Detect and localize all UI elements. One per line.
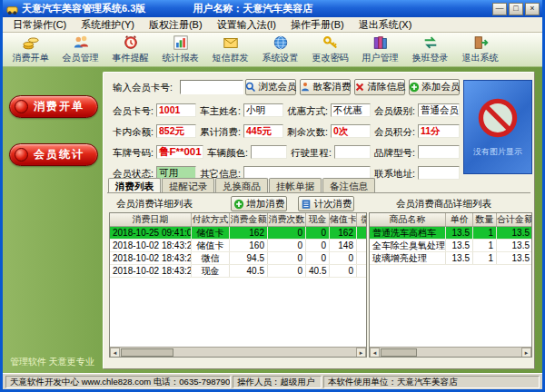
window-controls: — □ × (492, 3, 540, 15)
card-input-label: 输入会员卡号: (113, 82, 173, 94)
tab-credit-bill[interactable]: 挂帐单据 (269, 178, 322, 193)
cell-times: 0 (268, 252, 306, 264)
statusbar-operator: 操作人员：超级用户 (233, 376, 322, 388)
toolbar-change-password[interactable]: 更改密码 (305, 34, 355, 65)
table-row[interactable]: 2018-10-02 18:43:26 现金 40.5 0 40.5 0 (110, 265, 366, 278)
add-consume-button[interactable]: 增加消费 (231, 196, 287, 211)
cell-goods-name: 普通洗车高档车 (370, 227, 446, 239)
menu-ime-setting[interactable]: 设置输入法(I) (210, 18, 283, 32)
table-row[interactable]: 2018-10-02 18:43:20 储值卡 160 0 0 148 (110, 240, 366, 252)
toolbar-statistics-report[interactable]: 统计报表 (155, 34, 205, 65)
walkin-consume-button[interactable]: 散客消费 (300, 79, 351, 95)
horizontal-scrollbar[interactable]: ◂ ▸ (110, 347, 366, 357)
sms-icon (222, 34, 240, 51)
plate-number-label: 车牌号码: (113, 147, 154, 160)
table-row[interactable]: 全车除尘臭氧处理 13.5 1 13.5 (370, 240, 531, 252)
left-table-title: 会员消费详细列表 (116, 198, 193, 211)
maximize-button[interactable]: □ (509, 3, 523, 15)
toolbar-exit-system[interactable]: 退出系统 (455, 34, 505, 65)
toolbar-shift-login[interactable]: 换班登录 (405, 34, 455, 65)
table-row[interactable]: 2018-10-02 18:43:20 微信 94.5 0 0 0 (110, 252, 366, 265)
cell-stored-card: 162 (330, 227, 357, 239)
red-orb-icon (15, 100, 28, 113)
member-points-value: 11分 (418, 124, 460, 138)
cell-cash: 0 (306, 227, 330, 239)
cell-times: 0 (268, 265, 306, 277)
cell-unit-price: 13.5 (446, 227, 473, 239)
column-header: 储值卡 (330, 213, 357, 226)
scroll-right-arrow[interactable]: ▸ (521, 348, 531, 358)
table-row[interactable]: 2018-10-25 09:41:07 储值卡 162 0 0 162 (110, 227, 366, 240)
books-icon (372, 34, 390, 51)
tab-remark-info[interactable]: 备注信息 (322, 178, 375, 193)
cell-qty: 1 (473, 252, 497, 264)
total-consume-value: 445元 (243, 124, 283, 138)
scrollbar-thumb[interactable] (381, 348, 417, 357)
cell-pay-method: 微信 (192, 252, 230, 264)
menu-daily-ops[interactable]: 日常操作(C) (5, 18, 74, 32)
clear-info-button[interactable]: 清除信息 (354, 79, 405, 95)
menu-register[interactable]: 版权注册(B) (142, 18, 210, 32)
menu-exit[interactable]: 退出系统(X) (352, 18, 420, 32)
statusbar-license-unit: 本软件使用单位：天意汽车美容店 (323, 376, 540, 388)
clear-info-label: 清除信息 (368, 81, 406, 93)
scrollbar-thumb[interactable] (121, 348, 173, 357)
cell-amount: 40.5 (230, 265, 268, 277)
titlebar-user-label: 用户名称：天意汽车美容店 (193, 2, 312, 15)
contact-address-value (418, 166, 460, 180)
table-row[interactable]: 玻璃增亮处理 13.5 1 13.5 (370, 252, 531, 265)
cell-wechat (357, 240, 367, 251)
cell-total: 13.5 (497, 227, 532, 239)
menu-system-maintain[interactable]: 系统维护(Y) (74, 18, 142, 32)
browse-members-button[interactable]: 浏览会员 (245, 79, 296, 95)
sidebar-member-statistics-button[interactable]: 会员统计 (9, 143, 98, 166)
horizontal-scrollbar[interactable]: ◂ ▸ (370, 347, 531, 357)
scroll-left-arrow[interactable]: ◂ (370, 348, 380, 358)
member-level-label: 会员级别: (374, 105, 415, 118)
toolbar-consume-billing[interactable]: 消费开单 (5, 34, 55, 65)
plate-number-value: 鲁F**001 (156, 145, 203, 159)
table-row[interactable]: 普通洗车高档车 13.5 1 13.5 (370, 227, 531, 240)
magnifier-icon (245, 82, 256, 93)
member-card-input[interactable] (180, 80, 243, 94)
scroll-right-arrow[interactable]: ▸ (356, 348, 366, 358)
toolbar-event-reminder[interactable]: 事件提醒 (105, 34, 155, 65)
member-photo-placeholder: 没有图片显示 (463, 80, 532, 174)
cell-amount: 162 (230, 227, 268, 239)
tab-reminder-record[interactable]: 提醒记录 (162, 178, 214, 193)
status-bar: 天意软件开发中心 www.chle828.com 电话：0635-7987905… (3, 373, 542, 389)
tab-consume-list[interactable]: 消费列表 (108, 178, 161, 193)
toolbar-user-management[interactable]: 用户管理 (355, 34, 405, 65)
scroll-left-arrow[interactable]: ◂ (110, 348, 120, 358)
menu-bar: 日常操作(C) 系统维护(Y) 版权注册(B) 设置输入法(I) 操作手册(B)… (3, 17, 542, 33)
owner-name-label: 车主姓名: (200, 105, 241, 118)
cell-date: 2018-10-02 18:43:20 (110, 252, 192, 264)
column-header: 数量 (473, 213, 497, 226)
cell-wechat (357, 252, 367, 264)
add-member-label: 添加会员 (422, 81, 461, 93)
car-color-value (251, 145, 287, 159)
sidebar-consume-billing-button[interactable]: 消费开单 (9, 95, 98, 118)
count-consume-button[interactable]: 计次消费 (298, 196, 354, 211)
add-consume-label: 增加消费 (247, 198, 285, 211)
minimize-button[interactable]: — (492, 3, 507, 15)
menu-manual[interactable]: 操作手册(B) (283, 18, 352, 32)
app-icon (6, 3, 18, 15)
plus-icon (233, 199, 244, 210)
toolbar-member-management[interactable]: 会员管理 (55, 34, 105, 65)
add-member-button[interactable]: 添加会员 (409, 79, 460, 95)
calculator-icon (301, 199, 312, 210)
cell-pay-method: 储值卡 (192, 240, 230, 251)
tab-exchange-goods[interactable]: 兑换商品 (215, 178, 268, 193)
clear-x-icon (354, 82, 365, 93)
cell-pay-method: 现金 (192, 265, 230, 277)
toolbar-sms-broadcast[interactable]: 短信群发 (205, 34, 255, 65)
exit-icon (471, 34, 490, 51)
member-card-no-label: 会员卡号: (113, 105, 154, 118)
owner-name-value: 小明 (243, 103, 283, 117)
toolbar-system-settings[interactable]: 系统设置 (255, 34, 305, 65)
column-header: 微信 (357, 213, 367, 226)
close-button[interactable]: × (525, 3, 540, 15)
mileage-value (334, 145, 371, 159)
cell-cash: 0 (306, 240, 330, 251)
